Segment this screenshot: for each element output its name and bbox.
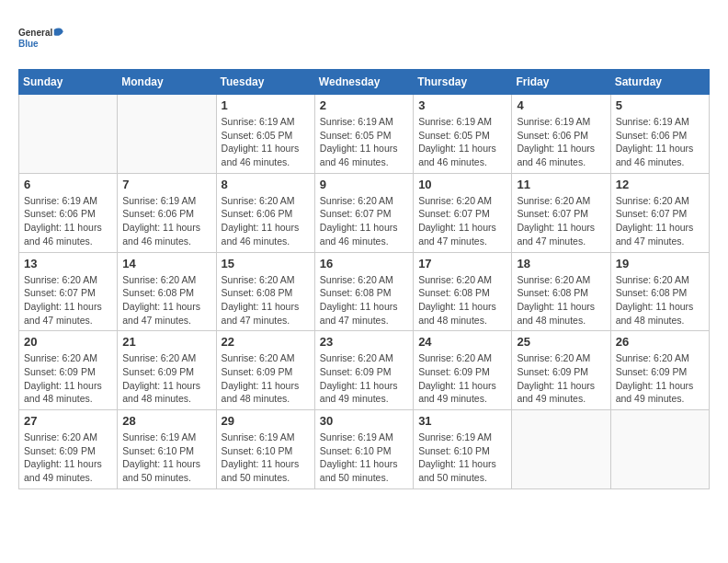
weekday-header: Monday	[118, 70, 216, 95]
day-number: 22	[222, 335, 310, 349]
calendar-cell: 11Sunrise: 6:20 AMSunset: 6:07 PMDayligh…	[512, 173, 610, 252]
day-number: 23	[320, 335, 408, 349]
weekday-header: Sunday	[19, 70, 118, 95]
day-number: 29	[222, 414, 310, 428]
day-info: Sunrise: 6:20 AMSunset: 6:09 PMDaylight:…	[418, 351, 506, 406]
day-number: 30	[320, 414, 408, 428]
day-number: 2	[320, 98, 408, 112]
day-number: 14	[122, 257, 210, 270]
day-number: 1	[222, 98, 310, 112]
calendar-cell: 10Sunrise: 6:20 AMSunset: 6:07 PMDayligh…	[414, 173, 512, 252]
calendar-cell: 22Sunrise: 6:20 AMSunset: 6:09 PMDayligh…	[216, 331, 314, 410]
calendar-cell: 24Sunrise: 6:20 AMSunset: 6:09 PMDayligh…	[414, 331, 512, 410]
day-number: 6	[24, 178, 112, 191]
calendar-cell: 1Sunrise: 6:19 AMSunset: 6:05 PMDaylight…	[216, 95, 314, 174]
day-number: 10	[418, 178, 506, 191]
header: General Blue	[18, 18, 710, 60]
calendar-cell: 25Sunrise: 6:20 AMSunset: 6:09 PMDayligh…	[512, 331, 610, 410]
day-number: 17	[418, 257, 506, 270]
day-info: Sunrise: 6:20 AMSunset: 6:08 PMDaylight:…	[517, 273, 605, 327]
day-info: Sunrise: 6:20 AMSunset: 6:08 PMDaylight:…	[616, 273, 704, 327]
day-info: Sunrise: 6:20 AMSunset: 6:08 PMDaylight:…	[122, 273, 210, 327]
day-number: 31	[418, 414, 506, 428]
logo-svg: General Blue	[18, 18, 64, 60]
day-number: 27	[24, 414, 112, 428]
day-number: 5	[616, 98, 704, 112]
calendar-cell: 29Sunrise: 6:19 AMSunset: 6:10 PMDayligh…	[216, 410, 314, 489]
day-info: Sunrise: 6:20 AMSunset: 6:09 PMDaylight:…	[222, 351, 310, 406]
day-number: 12	[616, 178, 704, 191]
day-info: Sunrise: 6:20 AMSunset: 6:06 PMDaylight:…	[222, 194, 310, 248]
calendar-cell: 30Sunrise: 6:19 AMSunset: 6:10 PMDayligh…	[314, 410, 413, 489]
day-info: Sunrise: 6:20 AMSunset: 6:09 PMDaylight:…	[320, 351, 408, 406]
day-info: Sunrise: 6:20 AMSunset: 6:08 PMDaylight:…	[320, 273, 408, 327]
calendar-week-row: 20Sunrise: 6:20 AMSunset: 6:09 PMDayligh…	[19, 331, 710, 410]
calendar-cell: 13Sunrise: 6:20 AMSunset: 6:07 PMDayligh…	[19, 252, 118, 331]
day-info: Sunrise: 6:19 AMSunset: 6:10 PMDaylight:…	[320, 431, 408, 485]
day-number: 25	[517, 335, 605, 349]
weekday-header: Saturday	[610, 70, 709, 95]
day-info: Sunrise: 6:20 AMSunset: 6:07 PMDaylight:…	[616, 194, 704, 248]
day-info: Sunrise: 6:20 AMSunset: 6:09 PMDaylight:…	[24, 351, 112, 406]
day-info: Sunrise: 6:19 AMSunset: 6:05 PMDaylight:…	[320, 115, 408, 169]
calendar-cell: 9Sunrise: 6:20 AMSunset: 6:07 PMDaylight…	[314, 173, 413, 252]
calendar-cell: 16Sunrise: 6:20 AMSunset: 6:08 PMDayligh…	[314, 252, 413, 331]
calendar-week-row: 27Sunrise: 6:20 AMSunset: 6:09 PMDayligh…	[19, 410, 710, 489]
calendar-cell: 7Sunrise: 6:19 AMSunset: 6:06 PMDaylight…	[118, 173, 216, 252]
calendar-week-row: 1Sunrise: 6:19 AMSunset: 6:05 PMDaylight…	[19, 95, 710, 174]
day-info: Sunrise: 6:19 AMSunset: 6:10 PMDaylight:…	[122, 431, 210, 485]
svg-text:General: General	[18, 28, 52, 38]
calendar-cell: 4Sunrise: 6:19 AMSunset: 6:06 PMDaylight…	[512, 95, 610, 174]
day-info: Sunrise: 6:19 AMSunset: 6:10 PMDaylight:…	[418, 431, 506, 485]
day-info: Sunrise: 6:19 AMSunset: 6:05 PMDaylight:…	[222, 115, 310, 169]
day-number: 7	[122, 178, 210, 191]
calendar-cell: 15Sunrise: 6:20 AMSunset: 6:08 PMDayligh…	[216, 252, 314, 331]
calendar-cell	[610, 410, 709, 489]
day-number: 18	[517, 257, 605, 270]
calendar-cell: 18Sunrise: 6:20 AMSunset: 6:08 PMDayligh…	[512, 252, 610, 331]
calendar-week-row: 6Sunrise: 6:19 AMSunset: 6:06 PMDaylight…	[19, 173, 710, 252]
day-info: Sunrise: 6:20 AMSunset: 6:09 PMDaylight:…	[517, 351, 605, 406]
day-number: 21	[122, 335, 210, 349]
day-number: 24	[418, 335, 506, 349]
calendar-cell: 14Sunrise: 6:20 AMSunset: 6:08 PMDayligh…	[118, 252, 216, 331]
day-number: 3	[418, 98, 506, 112]
weekday-header-row: SundayMondayTuesdayWednesdayThursdayFrid…	[19, 70, 710, 95]
calendar-cell: 23Sunrise: 6:20 AMSunset: 6:09 PMDayligh…	[314, 331, 413, 410]
day-info: Sunrise: 6:20 AMSunset: 6:08 PMDaylight:…	[222, 273, 310, 327]
day-number: 8	[222, 178, 310, 191]
day-info: Sunrise: 6:20 AMSunset: 6:07 PMDaylight:…	[24, 273, 112, 327]
day-info: Sunrise: 6:19 AMSunset: 6:05 PMDaylight:…	[418, 115, 506, 169]
calendar-cell: 12Sunrise: 6:20 AMSunset: 6:07 PMDayligh…	[610, 173, 709, 252]
day-number: 20	[24, 335, 112, 349]
day-number: 15	[222, 257, 310, 270]
calendar-week-row: 13Sunrise: 6:20 AMSunset: 6:07 PMDayligh…	[19, 252, 710, 331]
calendar-cell	[19, 95, 118, 174]
weekday-header: Wednesday	[314, 70, 413, 95]
day-info: Sunrise: 6:20 AMSunset: 6:07 PMDaylight:…	[320, 194, 408, 248]
calendar-cell: 26Sunrise: 6:20 AMSunset: 6:09 PMDayligh…	[610, 331, 709, 410]
calendar-table: SundayMondayTuesdayWednesdayThursdayFrid…	[18, 69, 710, 489]
day-info: Sunrise: 6:20 AMSunset: 6:08 PMDaylight:…	[418, 273, 506, 327]
day-info: Sunrise: 6:19 AMSunset: 6:06 PMDaylight:…	[122, 194, 210, 248]
calendar-cell: 28Sunrise: 6:19 AMSunset: 6:10 PMDayligh…	[118, 410, 216, 489]
day-info: Sunrise: 6:20 AMSunset: 6:09 PMDaylight:…	[616, 351, 704, 406]
calendar-cell: 8Sunrise: 6:20 AMSunset: 6:06 PMDaylight…	[216, 173, 314, 252]
day-number: 26	[616, 335, 704, 349]
day-info: Sunrise: 6:20 AMSunset: 6:07 PMDaylight:…	[418, 194, 506, 248]
day-info: Sunrise: 6:19 AMSunset: 6:06 PMDaylight:…	[616, 115, 704, 169]
calendar-cell: 27Sunrise: 6:20 AMSunset: 6:09 PMDayligh…	[19, 410, 118, 489]
day-info: Sunrise: 6:20 AMSunset: 6:09 PMDaylight:…	[24, 431, 112, 485]
weekday-header: Tuesday	[216, 70, 314, 95]
day-info: Sunrise: 6:20 AMSunset: 6:09 PMDaylight:…	[122, 351, 210, 406]
day-number: 16	[320, 257, 408, 270]
day-info: Sunrise: 6:20 AMSunset: 6:07 PMDaylight:…	[517, 194, 605, 248]
calendar-cell: 6Sunrise: 6:19 AMSunset: 6:06 PMDaylight…	[19, 173, 118, 252]
day-info: Sunrise: 6:19 AMSunset: 6:06 PMDaylight:…	[517, 115, 605, 169]
day-number: 13	[24, 257, 112, 270]
calendar-cell: 17Sunrise: 6:20 AMSunset: 6:08 PMDayligh…	[414, 252, 512, 331]
day-number: 11	[517, 178, 605, 191]
calendar-cell: 3Sunrise: 6:19 AMSunset: 6:05 PMDaylight…	[414, 95, 512, 174]
logo: General Blue	[18, 18, 64, 60]
calendar-cell: 5Sunrise: 6:19 AMSunset: 6:06 PMDaylight…	[610, 95, 709, 174]
